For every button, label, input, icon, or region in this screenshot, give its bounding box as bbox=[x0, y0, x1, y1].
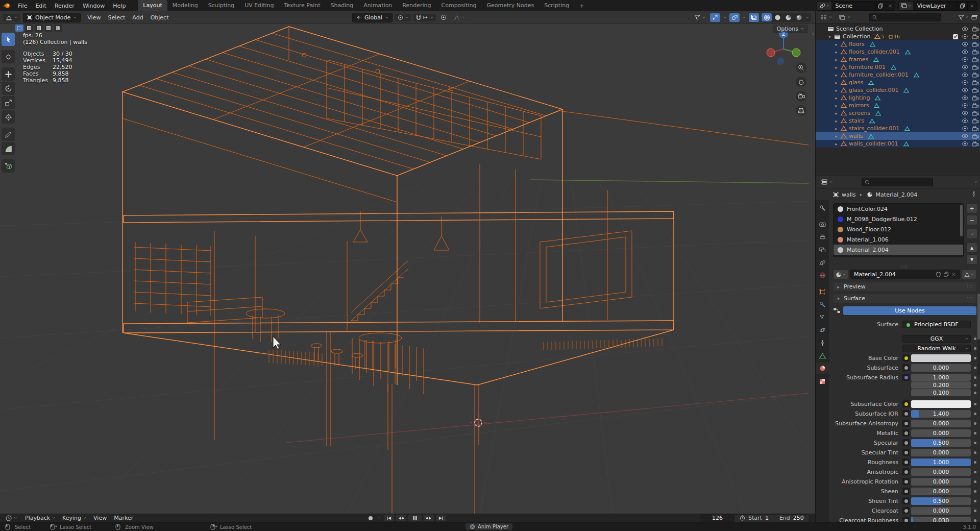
slot-list-scrollbar[interactable] bbox=[960, 205, 963, 256]
slider-sheen[interactable]: 0.000 bbox=[911, 488, 971, 495]
workspace-tab-shading[interactable]: Shading bbox=[326, 0, 359, 11]
animate-decorator[interactable] bbox=[974, 357, 976, 359]
expand-arrow[interactable]: ▸ bbox=[834, 103, 839, 108]
animate-decorator[interactable] bbox=[974, 480, 976, 483]
workspace-tab-rendering[interactable]: Rendering bbox=[397, 0, 436, 11]
select-mode-extend-button[interactable] bbox=[25, 25, 33, 32]
add-workspace-button[interactable]: + bbox=[575, 1, 588, 11]
properties-tab-constraints[interactable] bbox=[816, 337, 829, 349]
slider-subsurface-anisotropy[interactable]: 0.000 bbox=[911, 420, 971, 427]
animate-decorator[interactable] bbox=[974, 432, 976, 435]
disable-render-icon[interactable] bbox=[972, 34, 978, 39]
hide-eye-icon[interactable] bbox=[962, 57, 968, 62]
outliner-filter-icon[interactable] bbox=[958, 15, 968, 20]
workspace-tab-layout[interactable]: Layout bbox=[138, 0, 167, 11]
select-mode-subtract-button[interactable] bbox=[35, 25, 43, 32]
pivot-dropdown[interactable] bbox=[395, 14, 411, 21]
scene-copy-icon[interactable] bbox=[875, 2, 886, 10]
animate-decorator[interactable] bbox=[974, 451, 976, 454]
timeline-menu-playback[interactable]: Playback bbox=[21, 515, 59, 521]
viewlayer-selector[interactable]: ViewLayer × bbox=[898, 1, 977, 11]
perspective-toggle-icon[interactable] bbox=[796, 105, 806, 116]
vector-field-subsurface-radius[interactable]: 0.200 bbox=[911, 381, 971, 389]
vector-field-subsurface-radius[interactable]: 1.000 bbox=[911, 374, 971, 381]
shading-wireframe-button[interactable] bbox=[762, 13, 772, 21]
hide-eye-icon[interactable] bbox=[962, 27, 968, 31]
expand-arrow[interactable]: ▸ bbox=[834, 134, 839, 139]
prev-keyframe-button[interactable] bbox=[396, 515, 406, 521]
properties-tab-texture[interactable] bbox=[816, 375, 829, 387]
disable-render-icon[interactable] bbox=[972, 95, 978, 101]
viewport-menu-select[interactable]: Select bbox=[104, 13, 129, 22]
vector-field-subsurface-radius[interactable]: 0.100 bbox=[911, 389, 971, 396]
animate-decorator[interactable] bbox=[974, 403, 976, 405]
expand-arrow[interactable]: ▸ bbox=[834, 42, 839, 47]
slot-move-up-button[interactable]: ▲ bbox=[966, 243, 977, 253]
tool-measure-button[interactable] bbox=[2, 142, 15, 155]
disable-render-icon[interactable] bbox=[972, 134, 978, 139]
workspace-tab-sculpting[interactable]: Sculpting bbox=[203, 0, 239, 11]
expand-arrow[interactable]: ▸ bbox=[834, 126, 839, 131]
disable-render-icon[interactable] bbox=[972, 141, 978, 147]
animate-decorator[interactable] bbox=[974, 392, 976, 394]
animate-decorator[interactable] bbox=[974, 471, 976, 473]
outliner-row-floors[interactable]: ▸floors bbox=[816, 40, 980, 48]
expand-arrow[interactable]: ▸ bbox=[834, 73, 839, 78]
camera-view-icon[interactable] bbox=[796, 91, 806, 102]
expand-arrow[interactable]: ▸ bbox=[834, 88, 839, 93]
animate-decorator[interactable] bbox=[974, 384, 976, 387]
disable-render-icon[interactable] bbox=[972, 73, 978, 78]
workspace-tab-geometry-nodes[interactable]: Geometry Nodes bbox=[481, 0, 539, 11]
hide-eye-icon[interactable] bbox=[962, 141, 968, 146]
preview-panel-header[interactable]: ▸Preview ∷∷ bbox=[833, 282, 976, 291]
fake-user-shield-icon[interactable] bbox=[936, 272, 941, 277]
menu-render[interactable]: Render bbox=[51, 1, 79, 11]
disable-render-icon[interactable] bbox=[972, 65, 978, 70]
outliner-row-lighting[interactable]: ▸lighting bbox=[816, 94, 980, 102]
viewlayer-remove-icon[interactable]: × bbox=[967, 2, 976, 10]
properties-options-dropdown[interactable] bbox=[974, 181, 977, 183]
workspace-tab-animation[interactable]: Animation bbox=[358, 0, 397, 11]
properties-tab-tool[interactable] bbox=[816, 202, 829, 214]
shading-dropdown[interactable] bbox=[804, 13, 811, 21]
properties-tab-object[interactable] bbox=[816, 286, 829, 298]
keying-set-dropdown[interactable] bbox=[378, 517, 382, 519]
color-field-base-color[interactable] bbox=[911, 354, 971, 362]
outliner-row-collection[interactable]: ▾Collection516 bbox=[816, 33, 980, 40]
tool-rotate-button[interactable] bbox=[2, 82, 15, 95]
frame-end-field[interactable]: End 250 bbox=[774, 515, 809, 522]
select-random-walk[interactable]: Random Walk bbox=[902, 345, 971, 352]
viewlayer-name[interactable]: ViewLayer bbox=[913, 3, 957, 9]
expand-arrow[interactable]: ▸ bbox=[834, 141, 839, 147]
slider-anisotropic[interactable]: 0.000 bbox=[911, 468, 971, 476]
expand-arrow[interactable]: ▸ bbox=[834, 118, 839, 124]
material-name-field[interactable]: Material_2.004 × bbox=[850, 270, 960, 279]
disable-render-icon[interactable] bbox=[972, 126, 978, 131]
outliner-search-input[interactable] bbox=[869, 13, 941, 21]
properties-tab-viewlayer[interactable] bbox=[816, 244, 829, 256]
hide-eye-icon[interactable] bbox=[962, 126, 968, 131]
properties-tab-output[interactable] bbox=[816, 231, 829, 243]
select-mode-intersect-button[interactable] bbox=[54, 25, 62, 32]
timeline-menu-marker[interactable]: Marker bbox=[110, 515, 137, 521]
slider-specular[interactable]: 0.500 bbox=[911, 439, 971, 447]
scene-unlink-icon[interactable]: × bbox=[886, 2, 895, 10]
remove-slot-button[interactable]: − bbox=[966, 215, 977, 225]
next-keyframe-button[interactable] bbox=[424, 515, 434, 521]
gizmo-dropdown[interactable] bbox=[722, 16, 727, 19]
workspace-tab-scripting[interactable]: Scripting bbox=[539, 0, 574, 11]
pin-icon[interactable] bbox=[971, 191, 976, 198]
viewport-menu-view[interactable]: View bbox=[84, 13, 104, 22]
properties-tab-render[interactable] bbox=[816, 219, 829, 230]
animate-decorator[interactable] bbox=[974, 347, 976, 350]
link-target-dropdown[interactable] bbox=[962, 270, 976, 279]
animate-decorator[interactable] bbox=[974, 510, 976, 512]
proportional-falloff-dropdown[interactable] bbox=[451, 14, 468, 21]
outliner-row-stairs-collider-001[interactable]: ▸stairs_collider.001 bbox=[816, 125, 980, 132]
disable-render-icon[interactable] bbox=[972, 80, 978, 85]
color-field-subsurface-color[interactable] bbox=[911, 400, 971, 408]
hide-eye-icon[interactable] bbox=[962, 134, 968, 138]
breadcrumb-material[interactable]: Material_2.004 bbox=[876, 191, 918, 198]
hide-eye-icon[interactable] bbox=[962, 65, 968, 69]
properties-tab-material[interactable] bbox=[816, 363, 829, 374]
